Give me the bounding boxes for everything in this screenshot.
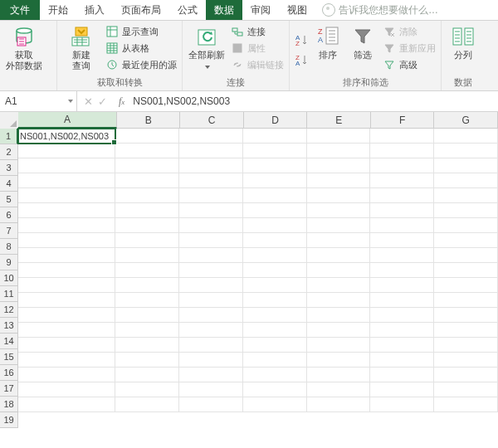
- cell-D2[interactable]: [243, 144, 307, 158]
- cell-B17[interactable]: [115, 368, 179, 382]
- sort-button[interactable]: ZA 排序: [313, 22, 343, 75]
- cell-D1[interactable]: [243, 129, 307, 144]
- cell-C19[interactable]: [179, 397, 243, 412]
- cell-E13[interactable]: [307, 308, 371, 323]
- select-all-corner[interactable]: [0, 112, 19, 129]
- cell-A9[interactable]: [18, 248, 115, 263]
- cell-G12[interactable]: [434, 293, 498, 308]
- cell-A4[interactable]: [18, 173, 115, 188]
- cell-C9[interactable]: [179, 248, 243, 263]
- cell-A16[interactable]: [18, 353, 115, 368]
- cell-C17[interactable]: [179, 368, 243, 382]
- row-header-10[interactable]: 10: [0, 270, 18, 286]
- cell-F2[interactable]: [370, 144, 434, 158]
- col-header-A[interactable]: A: [18, 112, 117, 129]
- cell-E15[interactable]: [307, 338, 371, 353]
- cell-E6[interactable]: [307, 203, 371, 218]
- cell-D7[interactable]: [243, 218, 307, 233]
- from-table-button[interactable]: 从表格: [105, 41, 177, 56]
- cell-G4[interactable]: [434, 173, 498, 188]
- row-header-16[interactable]: 16: [0, 365, 18, 381]
- cell-F14[interactable]: [370, 323, 434, 338]
- show-queries-button[interactable]: 显示查询: [105, 24, 177, 39]
- cell-E9[interactable]: [307, 248, 371, 263]
- cell-A2[interactable]: [18, 144, 115, 158]
- cell-B3[interactable]: [115, 158, 179, 173]
- cell-E19[interactable]: [307, 397, 371, 412]
- sort-asc-button[interactable]: AZ: [295, 32, 308, 47]
- connections-button[interactable]: 连接: [231, 24, 284, 39]
- cell-C13[interactable]: [179, 308, 243, 323]
- row-header-15[interactable]: 15: [0, 349, 18, 365]
- tab-file[interactable]: 文件: [0, 0, 40, 20]
- cell-F1[interactable]: [370, 129, 434, 144]
- cell-F7[interactable]: [370, 218, 434, 233]
- formula-bar[interactable]: NS001,NS002,NS003: [129, 95, 498, 107]
- cell-D13[interactable]: [243, 308, 307, 323]
- cell-A13[interactable]: [18, 308, 115, 323]
- tab-review[interactable]: 审阅: [242, 0, 279, 20]
- cell-B5[interactable]: [115, 188, 179, 203]
- cell-C5[interactable]: [179, 188, 243, 203]
- cell-A11[interactable]: [18, 278, 115, 293]
- cell-C6[interactable]: [179, 203, 243, 218]
- cell-B8[interactable]: [115, 233, 179, 248]
- cell-G2[interactable]: [434, 144, 498, 158]
- cell-B9[interactable]: [115, 248, 179, 263]
- row-header-7[interactable]: 7: [0, 223, 18, 239]
- cell-A18[interactable]: [18, 382, 115, 397]
- cell-E17[interactable]: [307, 368, 371, 382]
- cell-A6[interactable]: [18, 203, 115, 218]
- cell-C2[interactable]: [179, 144, 243, 158]
- cell-A12[interactable]: [18, 293, 115, 308]
- col-header-B[interactable]: B: [117, 112, 181, 129]
- cell-C12[interactable]: [179, 293, 243, 308]
- sort-desc-button[interactable]: ZA: [295, 52, 308, 67]
- cell-G15[interactable]: [434, 338, 498, 353]
- cell-D4[interactable]: [243, 173, 307, 188]
- cell-G19[interactable]: [434, 397, 498, 412]
- row-header-8[interactable]: 8: [0, 239, 18, 255]
- tab-view[interactable]: 视图: [279, 0, 315, 20]
- cell-A15[interactable]: [18, 338, 115, 353]
- cell-F18[interactable]: [370, 382, 434, 397]
- recent-sources-button[interactable]: 最近使用的源: [105, 57, 177, 72]
- cell-E16[interactable]: [307, 353, 371, 368]
- cell-C10[interactable]: [179, 263, 243, 278]
- row-header-3[interactable]: 3: [0, 160, 18, 176]
- cell-C8[interactable]: [179, 233, 243, 248]
- tab-home[interactable]: 开始: [40, 0, 76, 20]
- cell-E18[interactable]: [307, 382, 371, 397]
- cell-B15[interactable]: [115, 338, 179, 353]
- col-header-C[interactable]: C: [180, 112, 244, 129]
- get-external-data-button[interactable]: 获取 外部数据: [5, 22, 43, 90]
- cell-G11[interactable]: [434, 278, 498, 293]
- cell-G3[interactable]: [434, 158, 498, 173]
- row-header-14[interactable]: 14: [0, 334, 18, 349]
- row-header-6[interactable]: 6: [0, 207, 18, 223]
- cell-F15[interactable]: [370, 338, 434, 353]
- cell-F17[interactable]: [370, 368, 434, 382]
- cell-F10[interactable]: [370, 263, 434, 278]
- cell-B16[interactable]: [115, 353, 179, 368]
- col-header-F[interactable]: F: [371, 112, 435, 129]
- cell-B6[interactable]: [115, 203, 179, 218]
- cell-E4[interactable]: [307, 173, 371, 188]
- cell-E5[interactable]: [307, 188, 371, 203]
- cell-D5[interactable]: [243, 188, 307, 203]
- cell-A14[interactable]: [18, 323, 115, 338]
- cell-B4[interactable]: [115, 173, 179, 188]
- col-header-D[interactable]: D: [244, 112, 308, 129]
- cell-F4[interactable]: [370, 173, 434, 188]
- cell-F11[interactable]: [370, 278, 434, 293]
- cell-B14[interactable]: [115, 323, 179, 338]
- cell-E12[interactable]: [307, 293, 371, 308]
- cell-F3[interactable]: [370, 158, 434, 173]
- row-header-4[interactable]: 4: [0, 176, 18, 192]
- cell-G14[interactable]: [434, 323, 498, 338]
- cell-D16[interactable]: [243, 353, 307, 368]
- cell-B12[interactable]: [115, 293, 179, 308]
- cell-F5[interactable]: [370, 188, 434, 203]
- row-header-12[interactable]: 12: [0, 302, 18, 318]
- row-header-13[interactable]: 13: [0, 318, 18, 334]
